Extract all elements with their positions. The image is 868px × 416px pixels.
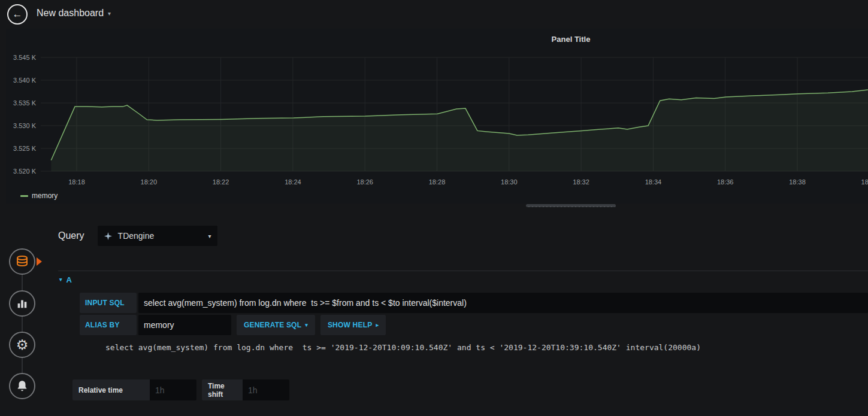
database-icon (15, 254, 29, 269)
query-row: ▾ A INPUT SQL select avg(mem_system) fro… (58, 271, 868, 352)
alias-by-row: ALIAS BY GENERATE SQL ▾ SHOW HELP ▸ (80, 315, 868, 335)
query-header: Query TDengine ▾ (58, 226, 868, 246)
chevron-right-icon: ▸ (376, 322, 379, 328)
time-shift-input[interactable] (243, 379, 289, 400)
back-button[interactable]: ← (7, 4, 28, 25)
svg-text:3.535 K: 3.535 K (13, 99, 37, 107)
svg-text:3.520 K: 3.520 K (13, 168, 37, 175)
query-ref-id: A (66, 275, 72, 284)
svg-text:3.530 K: 3.530 K (13, 122, 37, 129)
time-series-chart[interactable]: 3.545 K3.540 K3.535 K3.530 K3.525 K3.520… (6, 51, 868, 189)
relative-time-input[interactable] (150, 379, 196, 400)
dashboard-title-text: New dashboard (37, 8, 104, 19)
tab-queries[interactable] (9, 248, 35, 275)
generate-sql-button[interactable]: GENERATE SQL ▾ (237, 315, 315, 335)
relative-time-label: Relative time (72, 379, 150, 400)
tab-alert[interactable] (9, 373, 35, 399)
svg-text:3.525 K: 3.525 K (13, 145, 37, 152)
generated-sql-text: select avg(mem_system) from log.dn where… (105, 343, 868, 352)
svg-text:18:28: 18:28 (429, 178, 446, 186)
tdengine-logo-icon (104, 232, 113, 241)
input-sql-row: INPUT SQL select avg(mem_system) from lo… (80, 293, 868, 313)
svg-text:18:30: 18:30 (501, 178, 518, 186)
panel-resize-handle[interactable] (526, 204, 616, 207)
legend-color-swatch (20, 195, 28, 197)
svg-text:18:20: 18:20 (141, 178, 158, 186)
bar-chart-icon (16, 297, 29, 310)
dashboard-title[interactable]: New dashboard ▾ (37, 8, 111, 19)
svg-text:18:24: 18:24 (285, 178, 301, 186)
svg-text:18:38: 18:38 (789, 178, 806, 186)
svg-text:18:26: 18:26 (356, 178, 373, 186)
alias-by-label: ALIAS BY (80, 315, 137, 335)
tab-visualization[interactable] (9, 290, 35, 317)
input-sql-field[interactable]: select avg(mem_system) from log.dn where… (138, 293, 868, 313)
svg-text:3.540 K: 3.540 K (13, 77, 37, 84)
generate-sql-label: GENERATE SQL (244, 321, 301, 329)
svg-text:18:40: 18:40 (861, 178, 868, 186)
query-section-title: Query (58, 230, 84, 241)
svg-text:18:36: 18:36 (717, 178, 734, 186)
grafana-app: ← New dashboard ▾ Panel Title 3.545 K3.5… (0, 0, 868, 416)
relative-time-option: Relative time (72, 379, 196, 400)
time-shift-label: Time shift (202, 379, 243, 400)
gear-icon: ⚙ (16, 338, 29, 352)
top-nav: ← New dashboard ▾ (0, 0, 868, 29)
datasource-picker[interactable]: TDengine ▾ (98, 226, 217, 246)
show-help-label: SHOW HELP (328, 321, 372, 329)
arrow-left-icon: ← (13, 8, 23, 20)
legend-series-memory[interactable]: memory (32, 192, 58, 200)
query-fields: INPUT SQL select avg(mem_system) from lo… (80, 293, 868, 352)
input-sql-label: INPUT SQL (80, 293, 137, 313)
chevron-down-icon: ▾ (108, 10, 111, 17)
svg-text:18:22: 18:22 (213, 178, 229, 186)
svg-text:3.545 K: 3.545 K (13, 54, 37, 61)
svg-text:18:32: 18:32 (573, 178, 589, 186)
datasource-name: TDengine (118, 231, 155, 241)
legend: memory (20, 192, 58, 200)
svg-text:18:34: 18:34 (645, 178, 662, 186)
panel-title[interactable]: Panel Title (552, 35, 591, 44)
alias-by-field[interactable] (138, 315, 231, 335)
show-help-button[interactable]: SHOW HELP ▸ (320, 315, 386, 335)
query-collapse-toggle[interactable]: ▾ A (58, 271, 868, 288)
editor-tabs-connector (22, 262, 23, 386)
query-editor: Query TDengine ▾ ▾ A INPUT SQL select av… (51, 215, 868, 416)
time-options: Relative time Time shift (72, 379, 868, 400)
chevron-down-icon: ▾ (59, 277, 62, 283)
time-shift-option: Time shift (202, 379, 289, 400)
tab-general[interactable]: ⚙ (9, 332, 35, 358)
active-tab-arrow-icon (37, 257, 42, 266)
bell-icon (16, 379, 29, 393)
graph-panel: Panel Title 3.545 K3.540 K3.535 K3.530 K… (6, 29, 868, 204)
chevron-down-icon: ▾ (305, 322, 308, 328)
svg-text:18:18: 18:18 (68, 178, 85, 186)
chevron-down-icon: ▾ (208, 233, 211, 239)
